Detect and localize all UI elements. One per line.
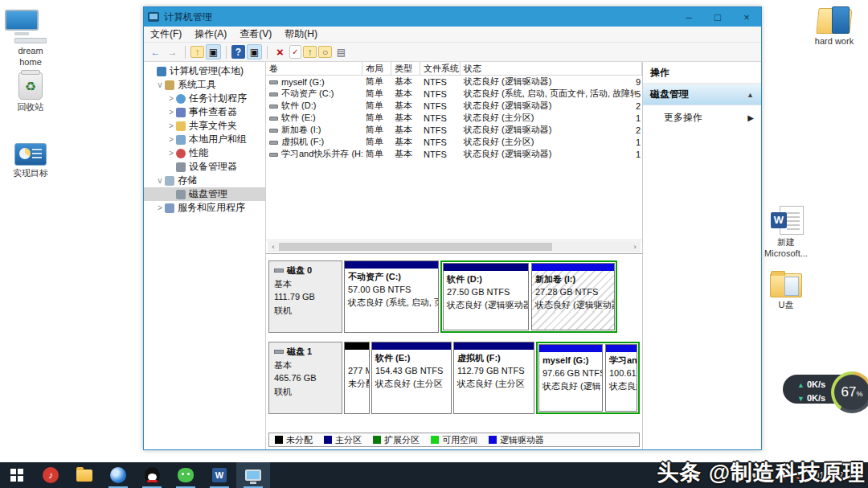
close-button[interactable]: ×	[732, 7, 761, 27]
tree-item-disk-management[interactable]: 磁盘管理	[144, 187, 265, 201]
minimize-button[interactable]: –	[674, 7, 703, 27]
tree-item-performance[interactable]: > 性能	[144, 146, 265, 160]
expander[interactable]: >	[166, 121, 176, 130]
desktop-icon-udisk[interactable]: U盘	[760, 273, 812, 311]
tree-item-system-tools[interactable]: v 系统工具	[144, 78, 265, 92]
menu-action[interactable]: 操作(A)	[188, 26, 233, 43]
actions-pane: 操作 磁盘管理 ▲ 更多操作 ▶	[643, 62, 761, 449]
memory-usage-ring[interactable]: 67%	[831, 371, 868, 413]
volume-row[interactable]: myself (G:) 简单 基本 NTFS 状态良好 (逻辑驱动器) 9	[266, 76, 642, 88]
tree-item-storage[interactable]: v 存储	[144, 174, 265, 187]
search-icon[interactable]: ○	[318, 46, 332, 58]
taskbar-app-computer-management[interactable]	[236, 462, 270, 488]
actions-group-disk-management[interactable]: 磁盘管理 ▲	[643, 84, 761, 105]
volume-row[interactable]: 学习and快乐并存 (H:) 简单 基本 NTFS 状态良好 (逻辑驱动器) 1	[266, 148, 642, 160]
expander[interactable]: >	[155, 203, 165, 212]
tree-item-task-scheduler[interactable]: > 任务计划程序	[144, 92, 265, 105]
volume-row[interactable]: 软件 (D:) 简单 基本 NTFS 状态良好 (逻辑驱动器) 2	[266, 100, 642, 112]
desktop-icon-word-doc[interactable]: 新建 Microsoft...	[760, 206, 812, 260]
disk-0-row: 磁盘 0 基本 111.79 GB 联机 不动资产 (C:) 57.00 GB …	[268, 260, 640, 333]
taskbar-app-explorer[interactable]	[68, 462, 101, 488]
properties-icon[interactable]: ✓	[289, 45, 301, 59]
disk-management-pane: 卷 布局 类型 文件系统 状态 myself (G:) 简单 基本 NTFS 状…	[266, 62, 643, 449]
tree-item-shared-folders[interactable]: > 共享文件夹	[144, 119, 265, 133]
disk-0-label[interactable]: 磁盘 0 基本 111.79 GB 联机	[268, 260, 342, 333]
back-icon[interactable]: ←	[148, 44, 163, 59]
tree-item-label: 磁盘管理	[189, 187, 227, 201]
scrollbar-track[interactable]	[279, 242, 629, 252]
tree-item-computer-management-local[interactable]: 计算机管理(本地)	[144, 64, 265, 78]
partition-f[interactable]: 虚拟机 (F:) 112.79 GB NTFS 状态良好 (主分区	[453, 342, 534, 414]
desktop-icon-dream-home[interactable]: dream home	[5, 10, 56, 68]
volume-row[interactable]: 虚拟机 (F:) 简单 基本 NTFS 状态良好 (主分区) 1	[266, 136, 642, 148]
desktop-icon-label: 实现目标	[5, 168, 56, 179]
unallocated-space[interactable]: 277 M 未分配	[344, 342, 370, 414]
collapse-arrow-icon[interactable]: ▲	[747, 91, 754, 99]
column-header-layout[interactable]: 布局	[362, 62, 391, 76]
legend-item-free-space: 可用空间	[431, 434, 477, 446]
volume-icon	[269, 80, 278, 84]
disk-1-label[interactable]: 磁盘 1 基本 465.76 GB 联机	[268, 342, 342, 414]
scroll-left-arrow[interactable]: ‹	[268, 243, 279, 251]
menu-bar: 文件(F) 操作(A) 查看(V) 帮助(H)	[144, 27, 761, 43]
tree-item-label: 本地用户和组	[189, 133, 247, 146]
shared-folder-icon	[176, 121, 186, 131]
taskbar-app-browser[interactable]	[101, 462, 135, 488]
taskbar-app-word[interactable]: W	[203, 462, 236, 488]
expander[interactable]: >	[166, 94, 176, 103]
tools-icon	[165, 80, 174, 90]
prop-sheet-icon[interactable]: ▤	[334, 44, 349, 59]
partition-g[interactable]: myself (G:) 97.66 GB NTFS 状态良好 (逻辑	[538, 344, 603, 412]
volume-row[interactable]: 软件 (E:) 简单 基本 NTFS 状态良好 (主分区) 1	[266, 112, 642, 124]
taskbar-app-wechat[interactable]	[169, 462, 203, 488]
column-header-type[interactable]: 类型	[391, 62, 420, 76]
disk-management-icon	[176, 190, 186, 199]
expander[interactable]: >	[166, 108, 176, 117]
scrollbar-thumb[interactable]	[279, 243, 552, 251]
partition-h[interactable]: 学习and快乐并存 100.61 GB NTF 状态良好 (逻辑	[605, 344, 637, 412]
desktop-icon-recycle-bin[interactable]: ♻ 回收站	[5, 72, 56, 113]
tree-item-services-applications[interactable]: > 服务和应用程序	[144, 201, 265, 215]
tree-item-local-users-groups[interactable]: > 本地用户和组	[144, 133, 265, 146]
show-console-tree-icon[interactable]: ▣	[206, 44, 221, 59]
partition-e[interactable]: 软件 (E:) 154.43 GB NTFS 状态良好 (主分区	[371, 342, 452, 414]
partition-c[interactable]: 不动资产 (C:) 57.00 GB NTFS 状态良好 (系统, 启动, 页	[344, 260, 439, 333]
expander[interactable]: >	[166, 149, 176, 158]
scroll-right-arrow[interactable]: ›	[629, 243, 641, 251]
delete-icon[interactable]: ×	[272, 44, 288, 59]
net-speed-widget[interactable]: ▲0K/s ▼0K/s 67%	[783, 371, 868, 407]
column-header-status[interactable]: 状态	[461, 62, 642, 76]
start-button[interactable]	[0, 462, 34, 488]
expander[interactable]: >	[166, 135, 176, 144]
expander[interactable]: v	[155, 80, 165, 89]
tree-item-event-viewer[interactable]: > 事件查看器	[144, 105, 265, 119]
menu-help[interactable]: 帮助(H)	[278, 26, 324, 43]
legend-chip	[324, 436, 332, 444]
export-icon[interactable]: ↑	[303, 46, 317, 58]
performance-icon	[176, 149, 186, 158]
desktop-icon-hard-work[interactable]: hard work	[809, 6, 860, 47]
volume-row[interactable]: 新加卷 (I:) 简单 基本 NTFS 状态良好 (逻辑驱动器) 2	[266, 124, 642, 136]
tree-item-device-manager[interactable]: 设备管理器	[144, 160, 265, 174]
horizontal-scrollbar[interactable]: ‹ ›	[268, 241, 641, 252]
extended-partition-group: myself (G:) 97.66 GB NTFS 状态良好 (逻辑 学习and…	[536, 342, 640, 414]
up-one-level-icon[interactable]: ↑	[190, 46, 204, 58]
menu-view[interactable]: 查看(V)	[233, 26, 278, 43]
title-bar[interactable]: 计算机管理 – □ ×	[144, 7, 761, 27]
taskbar-app-qq[interactable]	[135, 462, 169, 488]
menu-file[interactable]: 文件(F)	[144, 26, 188, 43]
maximize-button[interactable]: □	[703, 7, 732, 27]
console-panel-icon[interactable]: ▣	[247, 44, 262, 59]
partition-d[interactable]: 软件 (D:) 27.50 GB NTFS 状态良好 (逻辑驱动器	[443, 263, 529, 330]
desktop-icon-goal[interactable]: 实现目标	[5, 143, 56, 179]
forward-icon[interactable]: →	[165, 44, 180, 59]
partition-color-bar	[539, 345, 602, 352]
volume-row[interactable]: 不动资产 (C:) 简单 基本 NTFS 状态良好 (系统, 启动, 页面文件,…	[266, 88, 642, 100]
expander[interactable]: v	[155, 176, 165, 185]
column-header-volume[interactable]: 卷	[266, 62, 362, 76]
more-actions-item[interactable]: 更多操作 ▶	[643, 105, 761, 130]
taskbar-app-music[interactable]: ♪	[34, 462, 68, 488]
help-icon[interactable]: ?	[231, 45, 245, 59]
partition-i-selected[interactable]: 新加卷 (I:) 27.28 GB NTFS 状态良好 (逻辑驱动器)	[531, 263, 615, 330]
column-header-filesystem[interactable]: 文件系统	[420, 62, 461, 76]
